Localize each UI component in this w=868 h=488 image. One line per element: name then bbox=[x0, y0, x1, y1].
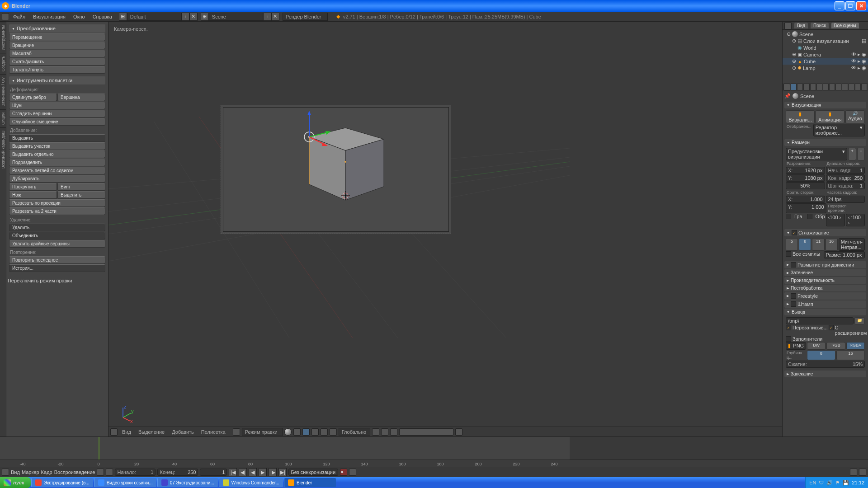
minimize-button[interactable]: _ bbox=[835, 1, 844, 10]
context-physics-icon[interactable] bbox=[861, 84, 867, 90]
scene-browse-button[interactable]: ⊞ bbox=[201, 13, 209, 21]
vertex-slide-button[interactable]: Вершина bbox=[57, 94, 105, 101]
depth-8-button[interactable]: 8 bbox=[807, 350, 835, 360]
tl-sync-field[interactable]: Без синхронизации bbox=[288, 469, 338, 476]
subdivide-button[interactable]: Подразделить bbox=[9, 159, 105, 166]
viewport-3d[interactable]: Камера-персп. bbox=[108, 22, 782, 436]
frame-end-field[interactable]: Кон. кадр:250 bbox=[826, 174, 865, 182]
orientation-selector[interactable]: Глобально bbox=[339, 428, 370, 436]
outliner-editor-type-icon[interactable] bbox=[784, 22, 792, 29]
tree-cube[interactable]: Cube bbox=[804, 59, 816, 64]
knife-select-button[interactable]: Выделить bbox=[57, 191, 105, 199]
layout-add-button[interactable]: + bbox=[181, 13, 189, 21]
context-data-icon[interactable] bbox=[835, 84, 841, 90]
context-modifiers-icon[interactable] bbox=[829, 84, 835, 90]
render-button[interactable]: ▮ Визуали... bbox=[786, 110, 815, 123]
randomize-button[interactable]: Случайное смещение bbox=[9, 118, 105, 126]
tab-shading[interactable]: Затенение / UV bbox=[0, 74, 6, 109]
fullsample-checkbox[interactable] bbox=[786, 251, 791, 257]
tray-icon-1[interactable]: 🛡 bbox=[819, 480, 824, 485]
tl-marker-menu[interactable]: Маркер bbox=[22, 469, 39, 475]
tl-keyframe-next-button[interactable]: |▶ bbox=[269, 468, 277, 476]
context-particles-icon[interactable] bbox=[855, 84, 861, 90]
menu-render[interactable]: Визуализация bbox=[29, 13, 69, 20]
tray-icon-3[interactable]: ⚑ bbox=[835, 480, 840, 486]
extrude-region-button[interactable]: Выдавить участок bbox=[9, 142, 105, 150]
maximize-button[interactable]: ❐ bbox=[845, 1, 855, 10]
taskbar-button-4[interactable]: Blender bbox=[284, 478, 336, 487]
tab-grease[interactable]: Эскизный карандаш bbox=[0, 127, 6, 172]
scene-breadcrumb[interactable]: Scene bbox=[800, 94, 814, 99]
context-texture-icon[interactable] bbox=[849, 84, 854, 90]
repeat-last-button[interactable]: Повторить последнее bbox=[9, 256, 105, 264]
tl-autokey-button[interactable]: ● bbox=[340, 469, 347, 476]
tab-tools[interactable]: Инструменты bbox=[0, 22, 6, 53]
panel-postproc-header[interactable]: Постобработка bbox=[784, 285, 866, 291]
proportional-edit-icon[interactable] bbox=[390, 428, 397, 436]
preset-add-button[interactable]: + bbox=[848, 148, 856, 160]
aspect-y-field[interactable]: Y:1.000 bbox=[786, 203, 826, 213]
scale-button[interactable]: Масштаб bbox=[9, 50, 105, 57]
scene-delete-button[interactable]: ✕ bbox=[271, 13, 279, 21]
outliner[interactable]: ⊖ Scene ⊕ ▤ Слои визуализации▤ ◉ World ⊕… bbox=[783, 30, 868, 83]
tl-play-button[interactable]: ▶ bbox=[259, 468, 267, 476]
tree-camera[interactable]: Camera bbox=[803, 52, 821, 57]
tl-jump-start-button[interactable]: |◀ bbox=[229, 468, 237, 476]
panel-stamp-header[interactable]: Штамп bbox=[784, 300, 866, 308]
spin-button[interactable]: Прокрутить bbox=[9, 183, 57, 191]
pin-icon[interactable]: 📌 bbox=[784, 93, 791, 99]
extrude-button[interactable]: Выдавить bbox=[9, 134, 105, 142]
add-menu[interactable]: Добавить bbox=[169, 429, 197, 435]
playhead[interactable] bbox=[99, 437, 99, 460]
aa-5-button[interactable]: 5 bbox=[786, 238, 798, 251]
res-x-field[interactable]: X:1920 px bbox=[786, 167, 825, 174]
pushpull-button[interactable]: Толкать/тянуть bbox=[9, 66, 105, 74]
rotate-button[interactable]: Вращение bbox=[9, 42, 105, 49]
extensions-checkbox[interactable]: ✓ bbox=[829, 325, 834, 330]
border-checkbox[interactable] bbox=[786, 214, 791, 219]
context-object-icon[interactable] bbox=[816, 84, 822, 90]
panel-meshtools-header[interactable]: Инструменты полисетки bbox=[9, 76, 105, 84]
panel-freestyle-header[interactable]: Freestyle bbox=[784, 292, 866, 300]
scene-add-button[interactable]: + bbox=[263, 13, 271, 21]
panel-performance-header[interactable]: Производительность bbox=[784, 277, 866, 284]
split2-button[interactable]: Разрезать на 2 части bbox=[9, 207, 105, 215]
panel-output-header[interactable]: Вывод bbox=[784, 309, 866, 315]
bw-button[interactable]: BW bbox=[807, 342, 826, 350]
face-select-icon[interactable] bbox=[321, 428, 328, 436]
fps-field[interactable]: 24 fps bbox=[826, 196, 865, 203]
menu-file[interactable]: Файл bbox=[9, 13, 29, 20]
clock[interactable]: 21:12 bbox=[852, 480, 864, 485]
context-material-icon[interactable] bbox=[842, 84, 848, 90]
taskbar-button-1[interactable]: Видео уроки ссылки... bbox=[94, 478, 156, 487]
history-button[interactable]: История... bbox=[9, 264, 105, 272]
context-renderlayers-icon[interactable] bbox=[797, 84, 803, 90]
taskbar-button-3[interactable]: Windows Commander... bbox=[219, 478, 283, 487]
new-mapping-field[interactable]: ‹ :100 › bbox=[846, 214, 865, 226]
panel-dimensions-header[interactable]: Размеры bbox=[784, 139, 866, 146]
translate-button[interactable]: Перемещение bbox=[9, 33, 105, 41]
tl-start-field[interactable]: Начало:1 bbox=[115, 469, 156, 476]
tl-keyframe-prev-button[interactable]: ◀| bbox=[239, 468, 247, 476]
viewport-editor-type-icon[interactable] bbox=[110, 428, 118, 436]
layout-delete-button[interactable]: ✕ bbox=[189, 13, 198, 21]
tl-play-reverse-button[interactable]: ◀ bbox=[249, 468, 257, 476]
panel-bake-header[interactable]: Запекание bbox=[784, 371, 866, 377]
panel-render-header[interactable]: Визуализация bbox=[784, 102, 866, 108]
old-mapping-field[interactable]: ‹100 › bbox=[826, 214, 845, 226]
duplicate-button[interactable]: Дублировать bbox=[9, 175, 105, 183]
output-path-field[interactable]: /tmp\ bbox=[786, 317, 854, 324]
screw-button[interactable]: Винт bbox=[57, 183, 105, 191]
animation-button[interactable]: ▮ Анимация bbox=[816, 110, 844, 123]
smooth-vertex-button[interactable]: Сгладить вершины bbox=[9, 110, 105, 117]
remove-doubles-button[interactable]: Удалить двойные вершины bbox=[9, 240, 105, 248]
aa-filter-field[interactable]: Митчелл-Нетрав... bbox=[839, 238, 865, 251]
depth-16-button[interactable]: 16 bbox=[836, 350, 865, 360]
aa-11-button[interactable]: 11 bbox=[812, 238, 824, 251]
menu-window[interactable]: Окно bbox=[70, 13, 89, 20]
engine-selector[interactable]: Рендер Blender bbox=[283, 13, 328, 21]
panel-transform-header[interactable]: Преобразование bbox=[9, 24, 105, 33]
rgb-button[interactable]: RGB bbox=[826, 342, 845, 350]
tl-frame-menu[interactable]: Кадр bbox=[41, 469, 52, 475]
knife-button[interactable]: Нож bbox=[9, 191, 57, 199]
